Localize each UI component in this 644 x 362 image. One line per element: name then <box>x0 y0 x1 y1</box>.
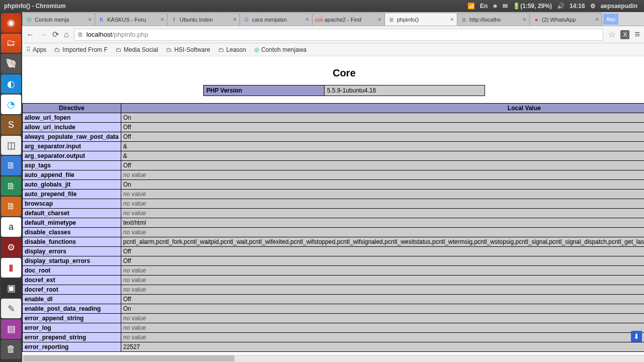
tab-close-icon[interactable]: × <box>595 16 599 23</box>
tab-close-icon[interactable]: × <box>160 16 164 23</box>
tab-close-icon[interactable]: × <box>88 16 92 23</box>
volume-icon[interactable]: 🔊 <box>557 3 565 10</box>
tab-label: apache2 - Find <box>325 17 376 23</box>
directive-name: doc_root <box>23 266 121 276</box>
directive-name: browscap <box>23 199 121 209</box>
battery-indicator[interactable]: 🔋(1:59, 29%) <box>513 3 552 10</box>
table-row: error_append_stringno value <box>23 314 645 323</box>
tab-close-icon[interactable]: × <box>378 16 381 23</box>
scroll-down-icon[interactable]: ⬇ <box>631 331 642 342</box>
browser-tab[interactable]: KKASKUS - Foru× <box>95 13 168 26</box>
horizontal-scrollbar[interactable] <box>22 355 644 362</box>
user-name[interactable]: aepsaepudin <box>601 3 637 10</box>
amazon-icon[interactable]: a <box>1 217 21 237</box>
directive-value: no value <box>121 228 644 237</box>
directive-value: no value <box>121 285 644 295</box>
bookmark-star-icon[interactable]: ☆ <box>608 30 615 39</box>
directive-name: auto_append_file <box>23 170 121 180</box>
directive-value: no value <box>121 170 644 180</box>
bookmark-label: Imported From F <box>62 46 107 53</box>
url-host: localhost <box>87 31 112 38</box>
app-icon[interactable]: ✎ <box>1 299 21 318</box>
bookmark-item[interactable]: 🗀Imported From F <box>54 46 107 53</box>
lang-indicator[interactable]: En <box>480 3 488 10</box>
table-row: allow_url_includeOff <box>23 123 645 132</box>
address-bar[interactable]: 🗎 localhost/phpinfo.php <box>74 29 604 41</box>
bookmark-item[interactable]: ◎Contoh menjawa <box>254 46 306 53</box>
browser-tab[interactable]: ●(2) WhatsApp× <box>529 13 602 26</box>
bookmark-label: Contoh menjawa <box>261 46 306 53</box>
directive-value: no value <box>121 323 644 333</box>
gear-icon[interactable]: ⚙ <box>590 3 596 10</box>
directive-value: no value <box>121 190 644 199</box>
back-button[interactable]: ← <box>26 30 34 39</box>
table-row: error_prepend_stringno value <box>23 333 645 342</box>
terminal-icon[interactable]: ▣ <box>1 279 21 298</box>
app-icon[interactable]: ▤ <box>1 319 21 339</box>
app-icon[interactable]: ◫ <box>1 136 21 155</box>
tab-label: http://localho <box>469 17 521 23</box>
app-icon[interactable]: 🗎 <box>1 197 21 216</box>
table-row: error_reporting22527 <box>23 342 645 352</box>
table-row: auto_globals_jitOn <box>23 180 645 190</box>
bookmark-label: Apps <box>33 46 46 53</box>
chromium-icon[interactable]: ◐ <box>1 74 21 94</box>
folder-icon: 🗀 <box>218 46 224 53</box>
favicon: ask <box>315 16 323 23</box>
directives-table: Directive Local Value allow_url_fopenOna… <box>22 103 644 352</box>
app-icon[interactable]: ◔ <box>1 95 21 114</box>
bookmark-item[interactable]: 🗀Leason <box>218 46 246 53</box>
version-label: PHP Version <box>204 85 325 96</box>
tab-close-icon[interactable]: × <box>450 16 454 23</box>
toolbar: ← → ⟳ ⌂ 🗎 localhost/phpinfo.php ☆ X ≡ <box>22 26 644 43</box>
browser-tab[interactable]: 🗎http://localho× <box>457 13 530 26</box>
directive-value: no value <box>121 276 644 285</box>
scrollbar-thumb[interactable] <box>23 355 234 361</box>
table-row: doc_rootno value <box>23 266 645 276</box>
table-row: default_mimetypetext/html <box>23 218 645 228</box>
bookmark-item[interactable]: ⠿Apps <box>26 46 46 53</box>
page-content[interactable]: Core PHP Version 5.5.9-1ubuntu4.16 Direc… <box>22 56 644 355</box>
directive-name: enable_post_data_reading <box>23 304 121 314</box>
browser-tab[interactable]: fUbuntu Indon× <box>167 13 240 26</box>
forward-button[interactable]: → <box>39 30 47 39</box>
browser-tab[interactable]: ◎Contoh menja× <box>22 13 95 26</box>
bluetooth-icon[interactable]: ∗ <box>493 3 498 10</box>
wifi-icon[interactable]: 📶 <box>467 3 475 10</box>
mail-icon[interactable]: ✉ <box>503 3 508 10</box>
trash-icon[interactable]: 🗑 <box>1 340 21 359</box>
clock[interactable]: 14:16 <box>570 3 585 10</box>
folder-icon: 🗀 <box>54 46 60 53</box>
xmarks-icon[interactable]: X <box>620 30 629 39</box>
app-icon[interactable]: 🗎 <box>1 176 21 196</box>
directive-name: error_prepend_string <box>23 333 121 342</box>
app-icon[interactable]: 🐚 <box>1 54 21 73</box>
bookmark-item[interactable]: 🗀Media Social <box>116 46 158 53</box>
app-icon[interactable]: 🗎 <box>1 156 21 175</box>
browser-tab[interactable]: 🗎phpinfo()× <box>384 13 457 26</box>
url-path: /phpinfo.php <box>112 31 148 38</box>
reload-button[interactable]: ⟳ <box>52 30 59 39</box>
tab-close-icon[interactable]: × <box>233 16 236 23</box>
tab-label: cara menjalan <box>252 17 303 23</box>
app-icon[interactable]: ▮ <box>1 258 21 278</box>
tab-close-icon[interactable]: × <box>305 16 309 23</box>
home-button[interactable]: ⌂ <box>64 30 69 39</box>
browser-tab[interactable]: askapache2 - Find× <box>312 13 385 26</box>
tab-label: Contoh menja <box>35 17 86 23</box>
directive-value: On <box>121 304 644 314</box>
menu-icon[interactable]: ≡ <box>634 29 640 40</box>
directive-name: docref_ext <box>23 276 121 285</box>
tab-close-icon[interactable]: × <box>523 16 526 23</box>
profile-badge[interactable]: Aep <box>603 14 618 25</box>
bookmark-item[interactable]: 🗀HSI-Software <box>166 46 210 53</box>
app-icon[interactable]: ⚙ <box>1 238 21 257</box>
favicon: G <box>243 16 250 23</box>
favicon: K <box>98 16 105 23</box>
favicon: f <box>171 16 178 23</box>
dash-icon[interactable]: ◉ <box>1 13 21 33</box>
browser-tab[interactable]: Gcara menjalan× <box>239 13 312 26</box>
files-icon[interactable]: 🗂 <box>1 34 21 53</box>
app-icon[interactable]: S <box>1 115 21 135</box>
system-topbar: phpinfo() - Chromium 📶 En ∗ ✉ 🔋(1:59, 29… <box>0 0 644 12</box>
